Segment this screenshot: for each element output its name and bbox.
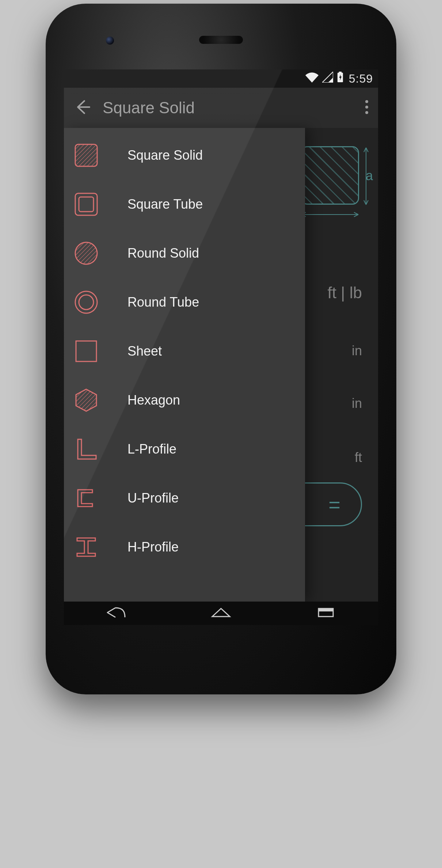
round-solid-icon <box>73 240 99 266</box>
svg-rect-8 <box>79 197 94 212</box>
device-frame: 5:59 Square Solid a ft | lb in in ft = <box>46 4 396 694</box>
svg-rect-12 <box>76 341 96 361</box>
svg-point-3 <box>365 100 368 103</box>
drawer-item-label: L-Profile <box>127 441 176 457</box>
back-button[interactable] <box>73 99 90 117</box>
drawer-item-label: Square Solid <box>127 148 203 163</box>
drawer-item-u-profile[interactable]: U-Profile <box>64 474 305 523</box>
drawer-item-hexagon[interactable]: Hexagon <box>64 376 305 425</box>
drawer-item-square-tube[interactable]: Square Tube <box>64 180 305 229</box>
drawer-item-label: H-Profile <box>127 539 179 555</box>
svg-point-4 <box>365 106 368 109</box>
svg-point-5 <box>365 111 368 114</box>
sheet-icon <box>73 338 99 364</box>
signal-icon <box>322 72 333 86</box>
wifi-icon <box>305 72 319 86</box>
nav-back-button[interactable] <box>105 606 127 620</box>
svg-rect-6 <box>75 144 97 166</box>
drawer-item-label: U-Profile <box>127 490 179 506</box>
status-clock: 5:59 <box>349 72 373 86</box>
drawer-item-round-solid[interactable]: Round Solid <box>64 229 305 278</box>
drawer-item-square-solid[interactable]: Square Solid <box>64 131 305 180</box>
svg-point-11 <box>79 295 94 310</box>
drawer-item-h-profile[interactable]: H-Profile <box>64 523 305 572</box>
drawer-item-label: Sheet <box>127 344 162 359</box>
l-profile-icon <box>73 436 99 462</box>
android-nav-bar <box>64 602 378 625</box>
status-bar: 5:59 <box>64 69 378 88</box>
svg-rect-2 <box>339 72 342 73</box>
battery-charging-icon <box>337 72 344 86</box>
u-profile-icon <box>73 485 99 511</box>
svg-rect-15 <box>319 609 333 611</box>
drawer-item-l-profile[interactable]: L-Profile <box>64 425 305 474</box>
overflow-menu-button[interactable] <box>365 99 369 117</box>
app-title: Square Solid <box>103 99 195 117</box>
drawer-item-label: Square Tube <box>127 197 203 212</box>
nav-recents-button[interactable] <box>315 606 337 620</box>
drawer-item-round-tube[interactable]: Round Tube <box>64 278 305 327</box>
app-bar: Square Solid <box>64 88 378 128</box>
h-profile-icon <box>73 534 99 560</box>
square-solid-icon <box>73 143 99 168</box>
drawer-item-label: Hexagon <box>127 393 180 408</box>
svg-point-9 <box>75 242 97 264</box>
drawer-item-label: Round Tube <box>127 295 199 310</box>
shape-drawer: Square Solid Square Tube Round Solid Rou… <box>64 128 305 602</box>
nav-home-button[interactable] <box>210 606 232 620</box>
drawer-item-label: Round Solid <box>127 246 199 261</box>
square-tube-icon <box>73 192 99 217</box>
round-tube-icon <box>73 289 99 315</box>
screen: 5:59 Square Solid a ft | lb in in ft = <box>64 69 378 625</box>
drawer-item-sheet[interactable]: Sheet <box>64 327 305 376</box>
svg-marker-13 <box>76 389 96 411</box>
hexagon-icon <box>73 387 99 413</box>
